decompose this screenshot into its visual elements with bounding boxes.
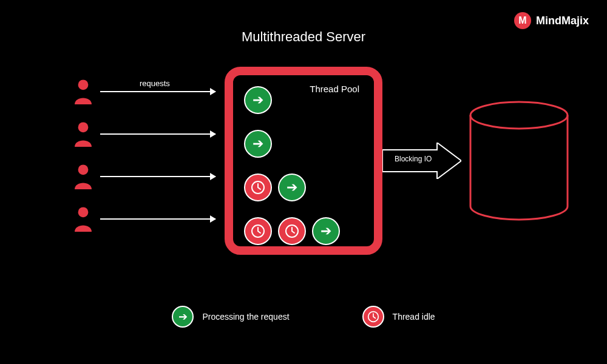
request-arrow [100,133,215,135]
request-arrow [100,218,215,220]
pool-row: ➔ [244,217,363,245]
brand-name: MindMajix [536,15,589,27]
requests-label: requests [140,79,170,88]
thread-pool-box: Thread Pool ➔ ➔ ➔ ➔ [225,67,382,255]
diagram-title: Multithreaded Server [242,29,365,45]
request-arrow [100,91,215,92]
brand-mark: M [514,12,531,29]
user-icon [73,79,93,104]
user-icon [73,206,93,232]
pool-row: ➔ [244,130,363,158]
database-icon [467,100,571,224]
user-icon [73,121,93,147]
arrow-icon: ➔ [312,217,340,245]
svg-point-1 [78,122,89,132]
request-arrow [100,176,215,177]
clock-icon [244,174,272,201]
svg-point-0 [78,79,89,90]
pool-row: ➔ [244,174,363,201]
arrow-icon: ➔ [278,174,306,201]
users-column [73,79,93,232]
clock-icon [244,217,272,245]
legend-processing-label: Processing the request [202,312,289,322]
svg-point-2 [78,164,89,175]
clock-icon [362,306,384,328]
arrow-icon: ➔ [244,86,272,114]
legend-processing: ➔ Processing the request [172,306,289,328]
thread-pool-title: Thread Pool [310,84,359,94]
user-icon [73,164,93,189]
svg-point-3 [78,207,89,217]
clock-icon [278,217,306,245]
arrow-icon: ➔ [172,306,194,328]
legend-idle-label: Thread idle [393,312,435,322]
arrow-icon: ➔ [244,130,272,158]
legend: ➔ Processing the request Thread idle [0,306,607,328]
blocking-io-label: Blocking IO [395,155,432,163]
svg-point-8 [470,102,568,129]
legend-idle: Thread idle [362,306,435,328]
brand-logo: M MindMajix [514,12,589,29]
